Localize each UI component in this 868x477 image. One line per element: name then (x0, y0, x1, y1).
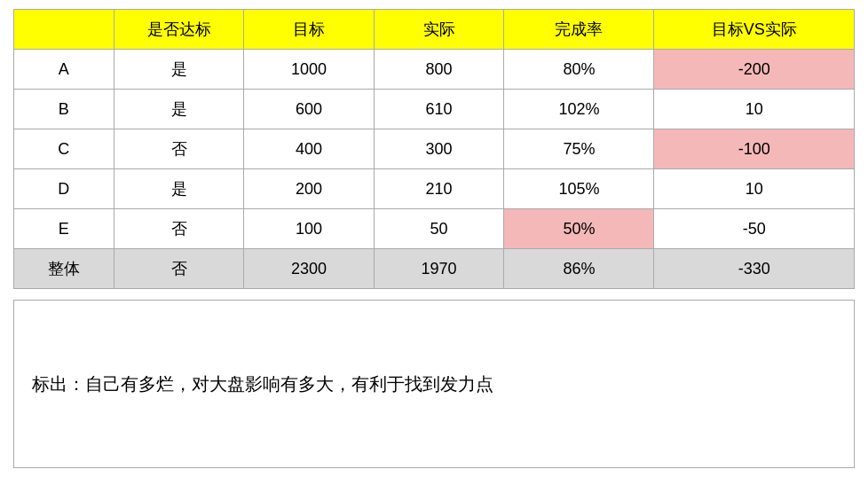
header-empty (14, 10, 114, 50)
row-label: B (14, 90, 114, 129)
table-summary-row: 整体否2300197086%-330 (14, 249, 855, 289)
summary-dabi: 否 (114, 249, 244, 289)
row-shiji: 300 (374, 129, 504, 169)
main-table: 是否达标 目标 实际 完成率 目标VS实际 A是100080080%-200B是… (13, 9, 855, 289)
row-dabi: 是 (114, 50, 244, 90)
row-mubiao: 200 (244, 169, 375, 209)
row-shiji: 210 (374, 169, 504, 209)
row-mubiao: 400 (244, 129, 375, 169)
summary-vs: -330 (654, 249, 855, 289)
row-shiji: 50 (374, 209, 504, 249)
row-mubiao: 1000 (244, 50, 375, 90)
table-row: E否1005050%-50 (14, 209, 855, 249)
row-wancheng: 75% (504, 129, 654, 169)
row-dabi: 是 (114, 90, 244, 129)
row-wancheng: 50% (504, 209, 654, 249)
row-shiji: 610 (374, 90, 504, 129)
row-vs: 10 (654, 169, 855, 209)
row-dabi: 是 (114, 169, 244, 209)
table-header-row: 是否达标 目标 实际 完成率 目标VS实际 (14, 10, 855, 50)
row-label: E (14, 209, 114, 249)
row-vs: -100 (654, 129, 855, 169)
row-label: D (14, 169, 114, 209)
table-row: D是200210105%10 (14, 169, 855, 209)
row-vs: -200 (654, 50, 855, 90)
header-wancheng: 完成率 (504, 10, 654, 50)
row-wancheng: 102% (504, 90, 654, 129)
row-label: A (14, 50, 114, 90)
row-mubiao: 100 (244, 209, 375, 249)
row-label: C (14, 129, 114, 169)
row-wancheng: 105% (504, 169, 654, 209)
row-dabi: 否 (114, 209, 244, 249)
row-mubiao: 600 (244, 90, 375, 129)
row-shiji: 800 (374, 50, 504, 90)
table-row: A是100080080%-200 (14, 50, 855, 90)
row-vs: -50 (654, 209, 855, 249)
table-row: B是600610102%10 (14, 90, 855, 129)
note-area: 标出：自己有多烂，对大盘影响有多大，有利于找到发力点 (13, 300, 855, 468)
header-mubiao: 目标 (244, 10, 375, 50)
row-dabi: 否 (114, 129, 244, 169)
note-text: 标出：自己有多烂，对大盘影响有多大，有利于找到发力点 (32, 372, 493, 396)
header-vs: 目标VS实际 (654, 10, 855, 50)
table-body: A是100080080%-200B是600610102%10C否40030075… (14, 50, 855, 289)
summary-shiji: 1970 (374, 249, 504, 289)
row-vs: 10 (654, 90, 855, 129)
header-dabi: 是否达标 (114, 10, 244, 50)
summary-wancheng: 86% (504, 249, 654, 289)
summary-mubiao: 2300 (244, 249, 375, 289)
summary-label: 整体 (14, 249, 114, 289)
header-shiji: 实际 (374, 10, 504, 50)
row-wancheng: 80% (504, 50, 654, 90)
table-row: C否40030075%-100 (14, 129, 855, 169)
